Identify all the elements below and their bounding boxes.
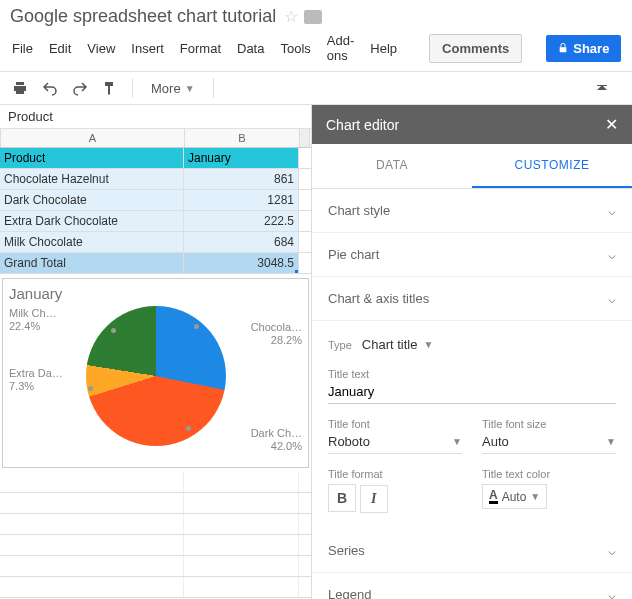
share-label: Share bbox=[573, 41, 609, 56]
title-format-label: Title format bbox=[328, 468, 462, 480]
menu-tools[interactable]: Tools bbox=[280, 41, 310, 56]
cell[interactable] bbox=[184, 472, 299, 492]
editor-title: Chart editor bbox=[326, 117, 399, 133]
cell[interactable] bbox=[0, 493, 184, 513]
section-axis-titles[interactable]: Chart & axis titles ⌵ bbox=[312, 277, 632, 321]
redo-icon[interactable] bbox=[68, 76, 92, 100]
cell[interactable]: 861 bbox=[184, 169, 299, 189]
cell[interactable] bbox=[0, 472, 184, 492]
undo-icon[interactable] bbox=[38, 76, 62, 100]
table-header-row[interactable]: Product January bbox=[0, 148, 311, 169]
slice-label: Chocola…28.2% bbox=[251, 321, 302, 347]
leader-dot bbox=[186, 426, 191, 431]
cell[interactable]: Chocolate Hazelnut bbox=[0, 169, 184, 189]
slice-label: Extra Da…7.3% bbox=[9, 367, 63, 393]
cell[interactable] bbox=[184, 535, 299, 555]
embedded-chart[interactable]: January Milk Ch…22.4% Extra Da…7.3% Choc… bbox=[2, 278, 309, 468]
menu-insert[interactable]: Insert bbox=[131, 41, 164, 56]
chart-title: January bbox=[9, 285, 302, 302]
paint-format-icon[interactable] bbox=[98, 76, 122, 100]
cell[interactable]: Milk Chocolate bbox=[0, 232, 184, 252]
column-header-c[interactable] bbox=[300, 129, 310, 147]
share-button[interactable]: Share bbox=[546, 35, 621, 62]
section-pie-chart[interactable]: Pie chart ⌵ bbox=[312, 233, 632, 277]
title-font-label: Title font bbox=[328, 418, 462, 430]
cell[interactable] bbox=[184, 577, 299, 597]
table-row[interactable]: Extra Dark Chocolate 222.5 bbox=[0, 211, 311, 232]
cell[interactable]: Extra Dark Chocolate bbox=[0, 211, 184, 231]
cell[interactable]: 1281 bbox=[184, 190, 299, 210]
more-button[interactable]: More ▼ bbox=[143, 77, 203, 100]
title-text-label: Title text bbox=[328, 368, 616, 380]
folder-icon[interactable] bbox=[304, 10, 322, 24]
name-box[interactable]: Product bbox=[0, 105, 311, 129]
section-chart-style[interactable]: Chart style ⌵ bbox=[312, 189, 632, 233]
cell[interactable] bbox=[184, 514, 299, 534]
cell[interactable] bbox=[0, 514, 184, 534]
type-dropdown[interactable]: Chart title▼ bbox=[362, 337, 434, 352]
cell[interactable]: Dark Chocolate bbox=[0, 190, 184, 210]
cell[interactable] bbox=[0, 577, 184, 597]
cell[interactable] bbox=[184, 556, 299, 576]
title-color-label: Title text color bbox=[482, 468, 616, 480]
section-legend[interactable]: Legend ⌵ bbox=[312, 573, 632, 599]
caret-down-icon: ▼ bbox=[452, 436, 462, 447]
table-row[interactable]: Milk Chocolate 684 bbox=[0, 232, 311, 253]
cell[interactable] bbox=[0, 535, 184, 555]
section-label: Pie chart bbox=[328, 247, 379, 262]
section-label: Legend bbox=[328, 587, 371, 599]
tab-customize[interactable]: CUSTOMIZE bbox=[472, 144, 632, 188]
cell[interactable]: Grand Total bbox=[0, 253, 184, 273]
pie-chart bbox=[86, 306, 226, 446]
tab-data[interactable]: DATA bbox=[312, 144, 472, 188]
cell[interactable]: January bbox=[184, 148, 299, 168]
spreadsheet-area: Product A B Product January Chocolate Ha… bbox=[0, 105, 312, 599]
title-color-dropdown[interactable]: A Auto ▼ bbox=[482, 484, 547, 509]
print-icon[interactable] bbox=[8, 76, 32, 100]
section-label: Chart style bbox=[328, 203, 390, 218]
cell[interactable]: 684 bbox=[184, 232, 299, 252]
table-total-row[interactable]: Grand Total 3048.5 bbox=[0, 253, 311, 274]
chevron-down-icon: ⌵ bbox=[608, 203, 616, 218]
document-title[interactable]: Google spreadsheet chart tutorial bbox=[10, 6, 276, 27]
slice-label: Milk Ch…22.4% bbox=[9, 307, 57, 333]
collapse-icon[interactable] bbox=[590, 76, 614, 100]
table-row[interactable]: Chocolate Hazelnut 861 bbox=[0, 169, 311, 190]
menu-addons[interactable]: Add-ons bbox=[327, 33, 354, 63]
star-icon[interactable]: ☆ bbox=[284, 7, 298, 26]
comments-button[interactable]: Comments bbox=[429, 34, 522, 63]
column-header-a[interactable]: A bbox=[1, 129, 185, 147]
cell[interactable]: Product bbox=[0, 148, 184, 168]
title-font-dropdown[interactable]: Roboto▼ bbox=[328, 430, 462, 454]
section-label: Series bbox=[328, 543, 365, 558]
caret-down-icon: ▼ bbox=[185, 83, 195, 94]
chevron-down-icon: ⌵ bbox=[608, 291, 616, 306]
bold-button[interactable]: B bbox=[328, 484, 356, 512]
more-label: More bbox=[151, 81, 181, 96]
chevron-down-icon: ⌵ bbox=[608, 543, 616, 558]
section-label: Chart & axis titles bbox=[328, 291, 429, 306]
title-size-label: Title font size bbox=[482, 418, 616, 430]
italic-button[interactable]: I bbox=[360, 485, 388, 513]
leader-dot bbox=[88, 386, 93, 391]
caret-down-icon: ▼ bbox=[530, 491, 540, 502]
menu-data[interactable]: Data bbox=[237, 41, 264, 56]
cell[interactable]: 3048.5 bbox=[184, 253, 299, 273]
title-size-dropdown[interactable]: Auto▼ bbox=[482, 430, 616, 454]
cell[interactable]: 222.5 bbox=[184, 211, 299, 231]
slice-label: Dark Ch…42.0% bbox=[251, 427, 302, 453]
menu-edit[interactable]: Edit bbox=[49, 41, 71, 56]
close-icon[interactable]: ✕ bbox=[605, 115, 618, 134]
table-row[interactable]: Dark Chocolate 1281 bbox=[0, 190, 311, 211]
caret-down-icon: ▼ bbox=[424, 339, 434, 350]
cell[interactable] bbox=[184, 493, 299, 513]
title-text-input[interactable] bbox=[328, 380, 616, 404]
chevron-down-icon: ⌵ bbox=[608, 587, 616, 599]
menu-file[interactable]: File bbox=[12, 41, 33, 56]
menu-view[interactable]: View bbox=[87, 41, 115, 56]
section-series[interactable]: Series ⌵ bbox=[312, 529, 632, 573]
menu-help[interactable]: Help bbox=[370, 41, 397, 56]
cell[interactable] bbox=[0, 556, 184, 576]
menu-format[interactable]: Format bbox=[180, 41, 221, 56]
column-header-b[interactable]: B bbox=[185, 129, 300, 147]
